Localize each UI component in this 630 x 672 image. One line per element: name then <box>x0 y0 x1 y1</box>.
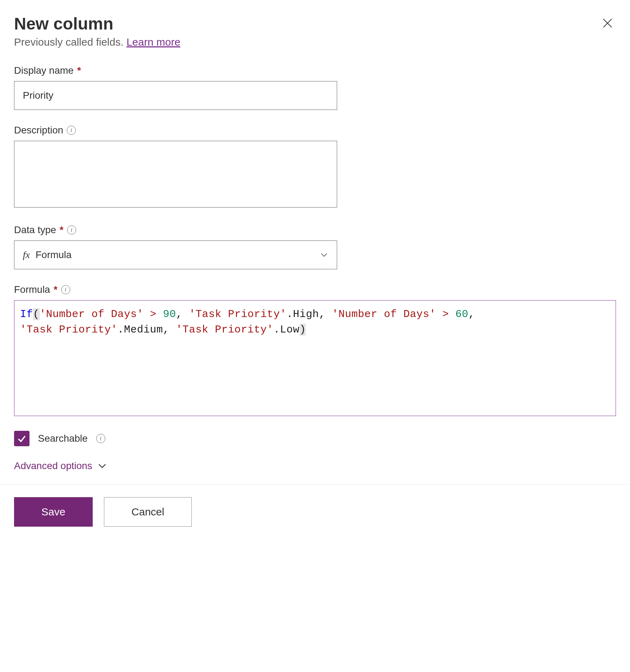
cancel-button[interactable]: Cancel <box>104 497 192 527</box>
formula-label-text: Formula <box>14 284 50 295</box>
panel-subtitle: Previously called fields. Learn more <box>14 36 181 48</box>
formula-token: If <box>20 308 33 320</box>
formula-token: , <box>176 308 189 320</box>
learn-more-link[interactable]: Learn more <box>126 36 180 48</box>
required-indicator: * <box>77 65 81 76</box>
formula-token: 'Task Priority' <box>189 308 287 320</box>
subtitle-text: Previously called fields. <box>14 36 126 48</box>
formula-token <box>157 308 163 320</box>
formula-token: 'Task Priority' <box>20 324 118 336</box>
display-name-label-text: Display name <box>14 65 74 76</box>
display-name-label: Display name * <box>14 65 616 76</box>
formula-token: > <box>150 308 157 320</box>
searchable-checkbox[interactable] <box>14 431 29 446</box>
required-indicator: * <box>54 284 58 295</box>
formula-token <box>449 308 455 320</box>
formula-token: , <box>468 308 475 320</box>
formula-token <box>436 308 442 320</box>
description-label-text: Description <box>14 125 63 136</box>
data-type-label: Data type * i <box>14 224 616 236</box>
advanced-options-toggle[interactable]: Advanced options <box>14 460 616 472</box>
info-icon[interactable]: i <box>61 285 70 294</box>
display-name-input[interactable] <box>14 81 337 110</box>
close-button[interactable] <box>599 14 616 34</box>
chevron-down-icon <box>97 461 107 471</box>
advanced-options-label: Advanced options <box>14 460 92 472</box>
formula-label: Formula * i <box>14 284 616 295</box>
formula-token: 'Number of Days' <box>40 308 144 320</box>
data-type-value: Formula <box>35 249 314 261</box>
required-indicator: * <box>60 224 64 236</box>
formula-token: 60 <box>455 308 468 320</box>
panel-title: New column <box>14 14 181 33</box>
formula-fx-icon: fx <box>23 249 30 261</box>
checkmark-icon <box>17 434 27 443</box>
chevron-down-icon <box>320 251 328 259</box>
info-icon[interactable]: i <box>67 225 76 235</box>
formula-token <box>144 308 150 320</box>
formula-token: ( <box>33 308 40 320</box>
formula-token: 'Task Priority' <box>176 324 274 336</box>
data-type-select[interactable]: fx Formula <box>14 241 337 269</box>
formula-token: 90 <box>163 308 176 320</box>
formula-token: > <box>442 308 449 320</box>
info-icon[interactable]: i <box>67 126 76 135</box>
data-type-label-text: Data type <box>14 224 56 236</box>
formula-token: .High, <box>287 308 332 320</box>
searchable-label: Searchable <box>38 433 88 444</box>
info-icon[interactable]: i <box>96 434 105 443</box>
formula-token: 'Number of Days' <box>332 308 436 320</box>
formula-token: .Low <box>274 324 300 336</box>
divider <box>0 484 630 485</box>
save-button[interactable]: Save <box>14 497 93 527</box>
description-input[interactable] <box>14 141 337 207</box>
formula-editor[interactable]: If('Number of Days' > 90, 'Task Priority… <box>14 300 616 416</box>
close-icon <box>602 16 613 32</box>
formula-token: ) <box>300 324 306 336</box>
description-label: Description i <box>14 125 616 136</box>
formula-token: .Medium, <box>118 324 176 336</box>
